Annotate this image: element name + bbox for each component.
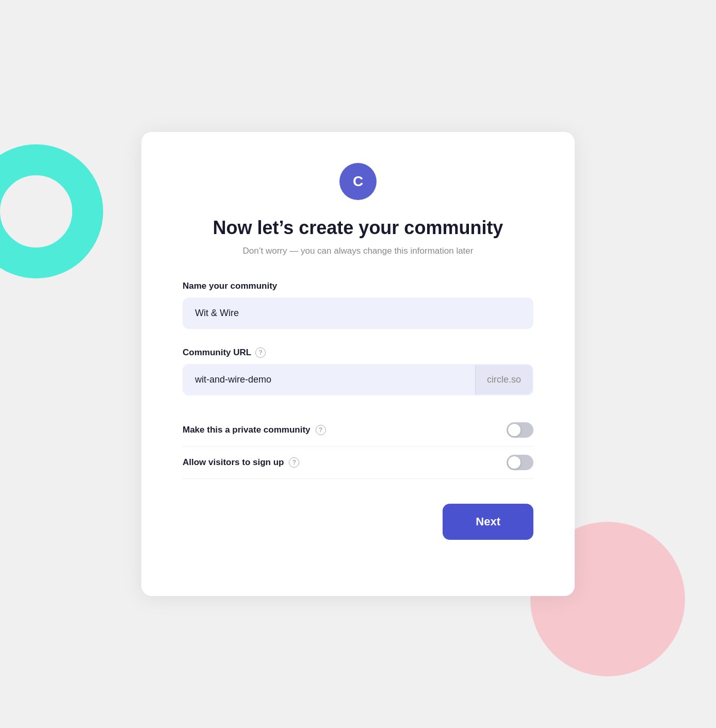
create-community-card: C Now let’s create your community Don’t … (141, 132, 575, 596)
private-community-label: Make this a private community ? (183, 425, 326, 435)
signup-help-icon[interactable]: ? (289, 457, 299, 468)
community-url-group: Community URL ? circle.so (183, 348, 533, 395)
allow-signup-toggle[interactable] (507, 455, 533, 470)
community-url-input[interactable] (184, 365, 475, 394)
page-subtitle: Don’t worry — you can always change this… (183, 246, 533, 256)
page-title: Now let’s create your community (183, 217, 533, 239)
private-community-row: Make this a private community ? (183, 414, 533, 446)
allow-signup-row: Allow visitors to sign up ? (183, 446, 533, 479)
url-input-wrapper: circle.so (183, 364, 533, 395)
url-help-icon[interactable]: ? (255, 348, 266, 358)
community-url-label: Community URL ? (183, 348, 533, 358)
community-name-group: Name your community (183, 281, 533, 329)
community-name-input[interactable] (183, 297, 533, 329)
private-help-icon[interactable]: ? (316, 425, 326, 435)
private-community-toggle[interactable] (507, 422, 533, 438)
button-row: Next (183, 504, 533, 540)
next-button[interactable]: Next (443, 504, 533, 540)
allow-signup-label: Allow visitors to sign up ? (183, 457, 299, 468)
community-name-label: Name your community (183, 281, 533, 291)
decorative-cyan-circle (0, 144, 103, 278)
brand-logo-avatar: C (339, 163, 377, 200)
url-suffix-label: circle.so (475, 365, 532, 394)
